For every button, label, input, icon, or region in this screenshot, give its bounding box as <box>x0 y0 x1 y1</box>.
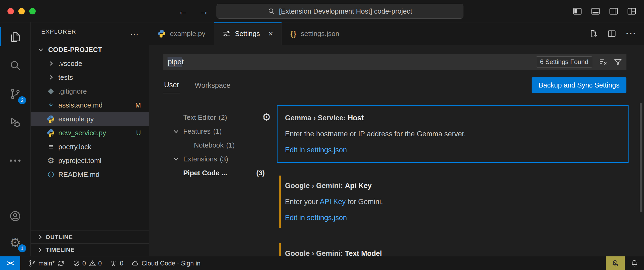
customize-layout-icon[interactable] <box>627 6 637 16</box>
toc-pipet-code[interactable]: Pipet Code ... (3) <box>173 166 277 180</box>
chevron-down-icon <box>173 156 180 162</box>
tree-item-new-service-py[interactable]: new_service.py U <box>31 126 149 140</box>
section-label: OUTLINE <box>46 234 73 241</box>
open-settings-json-icon[interactable] <box>589 29 598 38</box>
sliders-icon <box>223 30 231 38</box>
file-label: .gitignore <box>58 87 87 96</box>
bell-icon <box>630 259 638 267</box>
activity-source-control[interactable]: 2 <box>0 80 30 108</box>
python-icon <box>47 129 55 137</box>
forward-button[interactable]: → <box>199 6 209 16</box>
setting-title: Gemma › Service: Host <box>285 113 621 123</box>
lock-file-icon: ≡ <box>48 143 53 151</box>
activity-accounts[interactable] <box>0 203 30 229</box>
editor-actions: ··· <box>589 22 637 45</box>
tree-item-readme-md[interactable]: README.md <box>31 168 149 181</box>
tree-item-example-py[interactable]: example.py <box>31 112 149 126</box>
setting-gemma-service-host[interactable]: ⚙ Gemma › Service: Host Enter the hostna… <box>277 105 629 163</box>
tab-label: Settings <box>235 30 260 38</box>
activity-more[interactable] <box>0 146 30 175</box>
git-branch-status[interactable]: main* <box>28 260 65 267</box>
setting-gemini-text-model[interactable]: Google › Gemini: Text Model <box>277 241 629 256</box>
filter-icon[interactable] <box>614 58 622 66</box>
setting-gemini-api-key[interactable]: Google › Gemini: Api Key Enter your API … <box>277 173 629 231</box>
close-window-button[interactable] <box>7 8 14 14</box>
command-center[interactable]: [Extension Development Host] code-projec… <box>217 4 463 19</box>
git-status-badge: U <box>136 129 141 137</box>
python-icon <box>47 115 55 123</box>
file-label: example.py <box>58 115 94 123</box>
activity-settings[interactable]: ⚙ 1 <box>0 229 30 256</box>
toc-notebook[interactable]: Notebook (1) <box>173 138 277 152</box>
close-tab-icon[interactable]: × <box>268 30 273 38</box>
status-bar: >< main* 0 0 0 Cloud Code - Sign in <box>0 256 644 270</box>
git-file-icon <box>48 88 54 94</box>
edit-in-settings-json-link[interactable]: Edit in settings.json <box>285 145 621 155</box>
minimize-window-button[interactable] <box>18 8 25 14</box>
toggle-panel-icon[interactable] <box>591 6 600 16</box>
tree-item-gitignore[interactable]: .gitignore <box>31 84 149 98</box>
back-button[interactable]: ← <box>178 6 188 16</box>
chevron-down-icon <box>37 46 44 53</box>
notifications-status[interactable] <box>625 256 644 270</box>
toc-extensions[interactable]: Extensions (3) <box>173 152 277 166</box>
window-controls <box>0 8 36 14</box>
tree-item-assistance-md[interactable]: assistance.md M <box>31 98 149 112</box>
chevron-down-icon <box>173 128 180 135</box>
toggle-primary-sidebar-icon[interactable] <box>573 6 582 16</box>
history-nav: ← → <box>178 6 209 16</box>
error-count: 0 <box>82 260 86 267</box>
setting-gear-icon[interactable]: ⚙ <box>262 112 271 122</box>
toc-features[interactable]: Features (1) <box>173 124 277 138</box>
file-label: README.md <box>58 170 100 179</box>
cloud-icon <box>131 260 139 267</box>
scope-tab-workspace[interactable]: Workspace <box>194 81 232 93</box>
zoom-window-button[interactable] <box>29 8 36 14</box>
toggle-secondary-sidebar-icon[interactable] <box>609 6 618 16</box>
tree-root-code-project[interactable]: CODE-PROJECT <box>31 43 149 57</box>
clear-search-filters-icon[interactable] <box>599 58 607 66</box>
explorer-more-actions[interactable]: … <box>130 30 139 34</box>
activity-explorer[interactable] <box>0 22 30 51</box>
tab-example-py[interactable]: example.py <box>149 22 214 45</box>
errors-icon <box>73 260 80 267</box>
account-icon <box>9 210 21 222</box>
activity-run-debug[interactable] <box>0 108 30 137</box>
file-label: poetry.lock <box>58 143 91 151</box>
backup-sync-settings-button[interactable]: Backup and Sync Settings <box>532 77 626 93</box>
toc-text-editor[interactable]: Text Editor (2) <box>173 110 277 124</box>
file-label: new_service.py <box>58 129 106 137</box>
problems-status[interactable]: 0 0 <box>73 260 102 267</box>
chevron-right-icon <box>36 234 43 241</box>
tree-item-poetry-lock[interactable]: ≡ poetry.lock <box>31 140 149 154</box>
setting-description: Enter your API Key for Gemini. <box>285 197 621 207</box>
tree-item-pyproject-toml[interactable]: ⚙ pyproject.toml <box>31 154 149 168</box>
setting-description: Enter the hostname or IP address for the… <box>285 129 621 139</box>
file-label: tests <box>58 73 73 82</box>
timeline-section-header[interactable]: TIMELINE <box>31 243 149 256</box>
split-editor-icon[interactable] <box>607 29 616 38</box>
chevron-right-icon <box>47 74 54 81</box>
more-actions-icon[interactable]: ··· <box>626 32 637 35</box>
tree-item-tests[interactable]: tests <box>31 70 149 84</box>
activity-search[interactable] <box>0 51 30 80</box>
do-not-disturb-status[interactable] <box>606 256 625 270</box>
outline-section-header[interactable]: OUTLINE <box>31 231 149 243</box>
editor-tab-bar: example.py Settings × {} settings.json ·… <box>149 22 644 45</box>
warning-count: 0 <box>98 260 102 267</box>
file-label: .vscode <box>58 59 82 68</box>
tab-settings[interactable]: Settings × <box>214 22 282 45</box>
tree-item-vscode[interactable]: .vscode <box>31 57 149 70</box>
json-braces-icon: {} <box>290 30 296 38</box>
cloud-code-status[interactable]: Cloud Code - Sign in <box>131 260 200 267</box>
scrollbar[interactable] <box>640 103 642 212</box>
tab-settings-json[interactable]: {} settings.json <box>282 22 348 45</box>
command-center-title: [Extension Development Host] code-projec… <box>279 7 412 15</box>
files-icon <box>9 31 21 43</box>
ports-status[interactable]: 0 <box>110 260 123 267</box>
search-text: t <box>182 58 184 66</box>
remote-indicator[interactable]: >< <box>0 256 20 270</box>
edit-in-settings-json-link[interactable]: Edit in settings.json <box>285 213 621 223</box>
api-key-link[interactable]: API Key <box>320 198 346 206</box>
scope-tab-user[interactable]: User <box>163 81 180 93</box>
